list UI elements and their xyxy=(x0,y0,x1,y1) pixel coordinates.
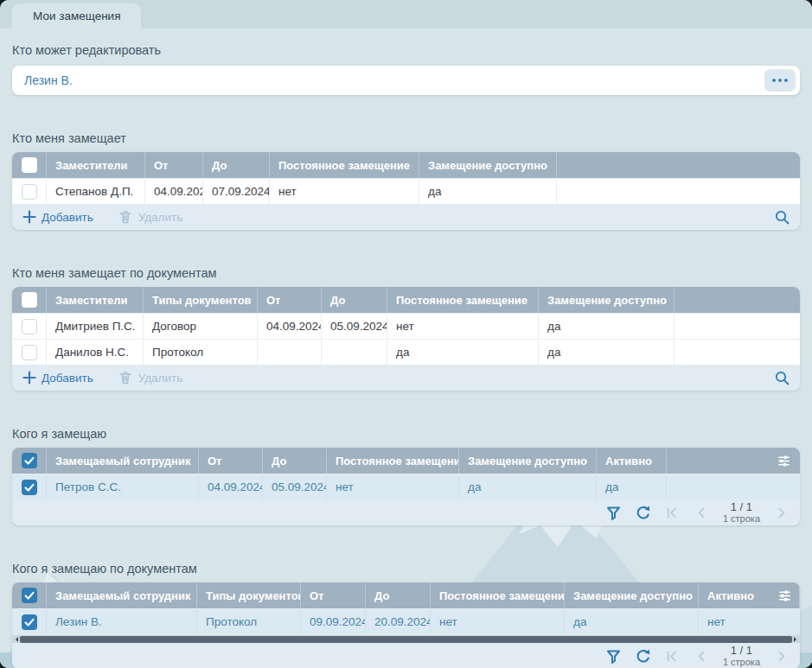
check-icon xyxy=(22,454,36,468)
chevron-right-icon xyxy=(773,505,790,521)
cell-doc-types: Протокол xyxy=(144,340,258,365)
previous-page-button[interactable] xyxy=(694,648,710,665)
ellipsis-icon xyxy=(778,79,782,82)
add-button-label: Добавить xyxy=(42,372,93,385)
row-checkbox[interactable] xyxy=(22,345,37,360)
table-header-row: Замещаемый сотрудник От До Постоянное за… xyxy=(12,448,800,474)
table-row-selected[interactable]: Петров С.С. 04.09.2024 05.09.2024 нет да… xyxy=(12,474,800,499)
first-page-button[interactable] xyxy=(664,505,681,521)
column-header[interactable]: Постоянное замещение xyxy=(431,582,565,608)
table-row-selected[interactable]: Лезин В. Протокол 09.09.2024 20.09.2024 … xyxy=(12,608,800,634)
horizontal-scrollbar[interactable] xyxy=(12,634,800,643)
check-icon xyxy=(22,615,36,629)
add-button-label: Добавить xyxy=(42,211,93,224)
column-header[interactable]: От xyxy=(145,152,203,178)
delete-button-disabled[interactable]: Удалить xyxy=(118,370,183,385)
check-icon xyxy=(22,480,36,494)
search-button[interactable] xyxy=(774,209,790,225)
search-button[interactable] xyxy=(774,370,790,385)
scroll-left-arrow-icon[interactable] xyxy=(13,637,18,642)
select-all-checkbox-checked[interactable] xyxy=(22,588,37,603)
row-checkbox-checked[interactable] xyxy=(22,480,37,495)
filter-icon xyxy=(605,648,622,665)
next-page-button[interactable] xyxy=(773,648,790,665)
scroll-right-arrow-icon[interactable] xyxy=(794,637,799,642)
plus-icon xyxy=(22,210,36,224)
table-row[interactable]: Степанов Д.П. 04.09.2024 07.09.2024 нет … xyxy=(12,178,800,204)
column-header[interactable]: Постоянное замещение xyxy=(270,152,419,178)
column-header[interactable]: От xyxy=(301,582,366,608)
column-header[interactable]: Типы документов xyxy=(197,582,301,608)
column-header[interactable]: Замещение доступно xyxy=(419,152,557,178)
filter-button[interactable] xyxy=(605,505,622,521)
select-all-checkbox[interactable] xyxy=(22,157,37,173)
table-whom-i-replace: Замещаемый сотрудник От До Постоянное за… xyxy=(12,448,800,525)
column-header-sorted[interactable]: Замещаемый сотрудник xyxy=(47,582,197,608)
chevron-left-icon xyxy=(694,648,710,665)
column-header[interactable]: От xyxy=(258,287,322,313)
column-header[interactable]: Заместители xyxy=(47,287,144,313)
table-row[interactable]: Дмитриев П.С. Договор 04.09.2024 05.09.2… xyxy=(12,313,800,339)
trash-icon xyxy=(118,370,133,385)
table-row[interactable]: Данилов Н.С. Протокол да да xyxy=(12,339,800,365)
column-header[interactable]: До xyxy=(203,152,270,178)
column-header[interactable]: До xyxy=(263,448,327,474)
row-checkbox-checked[interactable] xyxy=(22,614,37,630)
add-button[interactable]: Добавить xyxy=(22,210,93,224)
cell-permanent: да xyxy=(387,340,539,365)
previous-page-button[interactable] xyxy=(694,505,710,521)
delete-button-disabled[interactable]: Удалить xyxy=(118,209,183,225)
cell-deputy: Данилов Н.С. xyxy=(47,340,144,365)
page-content: Кто может редактировать Лезин В. Кто мен… xyxy=(0,29,812,668)
column-header[interactable]: Постоянное замещение xyxy=(327,448,459,474)
table-whom-i-replace-by-docs: Замещаемый сотрудник Типы документов От … xyxy=(12,582,800,668)
cell-doc-types: Протокол xyxy=(197,609,301,634)
cell-available: да xyxy=(459,474,597,499)
filter-button[interactable] xyxy=(605,648,622,665)
cell-to: 20.09.2024 xyxy=(366,609,431,634)
chevron-right-icon xyxy=(773,648,790,665)
table-pagination-bar: 1 / 1 1 строка xyxy=(12,643,800,668)
add-button[interactable]: Добавить xyxy=(22,371,93,385)
refresh-button[interactable] xyxy=(635,648,651,665)
search-icon xyxy=(774,370,790,385)
tab-label: Мои замещения xyxy=(33,10,120,22)
column-header[interactable]: Замещение доступно xyxy=(539,287,675,313)
cell-to xyxy=(322,340,387,365)
column-header[interactable]: Постоянное замещение xyxy=(387,287,539,313)
plus-icon xyxy=(22,371,36,385)
column-header[interactable]: Активно xyxy=(597,448,667,474)
column-header[interactable]: От xyxy=(199,448,263,474)
scrollbar-thumb[interactable] xyxy=(20,636,792,643)
filter-icon xyxy=(605,505,622,521)
first-page-button[interactable] xyxy=(664,648,681,665)
first-page-icon xyxy=(664,648,681,665)
next-page-button[interactable] xyxy=(773,505,790,521)
column-header[interactable]: До xyxy=(322,287,387,313)
more-options-button[interactable] xyxy=(764,69,796,92)
column-header[interactable]: Замещение доступно xyxy=(565,582,699,608)
editor-input-value: Лезин В. xyxy=(24,73,764,87)
column-header-sorted[interactable]: Замещаемый сотрудник xyxy=(47,448,199,474)
row-checkbox[interactable] xyxy=(22,319,37,334)
column-header[interactable]: До xyxy=(366,582,431,608)
editor-input[interactable]: Лезин В. xyxy=(12,66,800,95)
row-checkbox[interactable] xyxy=(22,184,37,200)
row-count: 1 строка xyxy=(723,657,760,667)
column-header[interactable]: Активно xyxy=(699,582,769,608)
first-page-icon xyxy=(664,505,681,521)
refresh-button[interactable] xyxy=(635,505,651,521)
ellipsis-icon xyxy=(784,79,788,82)
column-header[interactable]: Заместители xyxy=(47,152,145,178)
select-all-checkbox-checked[interactable] xyxy=(22,453,37,468)
cell-from xyxy=(258,340,322,365)
column-settings-icon[interactable] xyxy=(777,588,792,603)
table-toolbar: Добавить Удалить xyxy=(12,204,800,230)
tab-my-substitutions[interactable]: Мои замещения xyxy=(12,3,141,29)
page-indicator: 1 / 1 1 строка xyxy=(723,501,760,524)
column-header[interactable]: Типы документов xyxy=(144,287,258,313)
column-settings-icon[interactable] xyxy=(777,454,791,468)
page-number: 1 / 1 xyxy=(731,501,752,513)
select-all-checkbox[interactable] xyxy=(22,292,37,308)
column-header[interactable]: Замещение доступно xyxy=(459,448,597,474)
